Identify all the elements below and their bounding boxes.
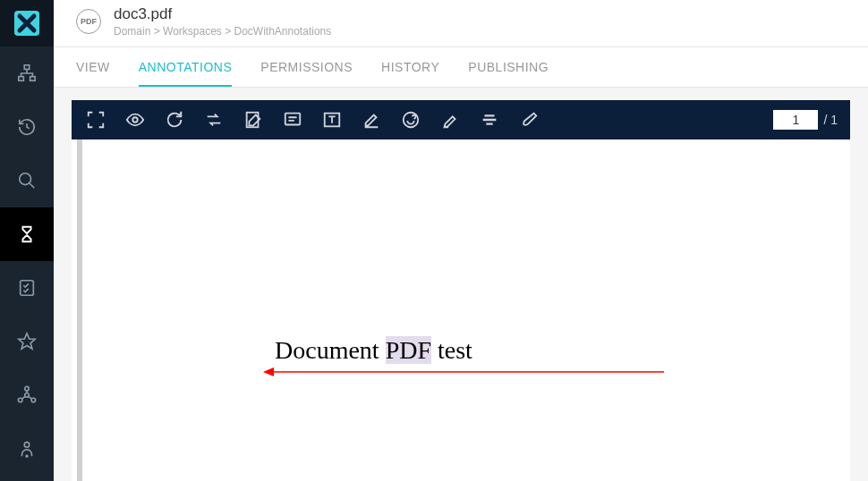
sidebar-item-search[interactable] (0, 154, 54, 207)
page-total: / 1 (823, 113, 838, 127)
svg-rect-1 (24, 65, 30, 70)
viewer-toolbar: / 1 (72, 100, 850, 139)
pen-underline-icon[interactable] (360, 108, 383, 131)
svg-marker-6 (19, 333, 35, 349)
sidebar-item-user[interactable] (0, 422, 54, 476)
page-indicator: / 1 (773, 110, 838, 130)
svg-point-10 (25, 386, 30, 391)
svg-point-13 (132, 117, 138, 122)
pdf-viewer: / 1 Document PDF test (72, 100, 850, 481)
tab-history[interactable]: HISTORY (381, 47, 439, 87)
sidebar-item-hourglass[interactable] (0, 207, 54, 261)
sidebar-item-history[interactable] (0, 100, 54, 154)
tab-permissions[interactable]: PERMISSIONS (260, 47, 353, 87)
breadcrumb[interactable]: Domain > Workspaces > DocWithAnnotations (114, 25, 331, 38)
svg-point-8 (18, 398, 22, 402)
arrow-annotation[interactable] (261, 363, 673, 381)
svg-rect-2 (19, 77, 24, 81)
main-content: PDF doc3.pdf Domain > Workspaces > DocWi… (54, 0, 868, 481)
sidebar-item-share[interactable] (0, 368, 54, 422)
svg-point-4 (20, 173, 31, 185)
sidebar (0, 0, 54, 481)
svg-point-12 (26, 455, 28, 457)
tabs: VIEW ANNOTATIONS PERMISSIONS HISTORY PUB… (54, 47, 868, 88)
fullscreen-icon[interactable] (84, 108, 107, 131)
stamp-icon[interactable] (399, 108, 422, 131)
document-text: Document PDF test (275, 336, 472, 365)
document-title: doc3.pdf (114, 5, 331, 23)
sidebar-item-hierarchy[interactable] (0, 46, 54, 100)
app-logo[interactable] (0, 0, 54, 46)
header: PDF doc3.pdf Domain > Workspaces > DocWi… (54, 0, 868, 47)
brush-icon[interactable] (517, 108, 540, 131)
edit-note-icon[interactable] (242, 108, 265, 131)
comment-icon[interactable] (281, 108, 304, 131)
eye-icon[interactable] (123, 108, 147, 131)
highlighter-icon[interactable] (438, 108, 462, 131)
document-canvas[interactable]: Document PDF test (77, 139, 850, 481)
rotate-icon[interactable] (163, 108, 186, 131)
sidebar-item-checklist[interactable] (0, 261, 54, 315)
svg-point-17 (404, 113, 419, 128)
page-input[interactable] (773, 110, 818, 130)
svg-rect-5 (21, 281, 34, 296)
svg-rect-15 (285, 114, 301, 125)
tab-view[interactable]: VIEW (76, 47, 110, 87)
svg-point-11 (24, 443, 30, 448)
svg-rect-3 (30, 77, 35, 81)
svg-point-7 (25, 393, 30, 398)
swap-icon[interactable] (202, 108, 226, 131)
strikethrough-icon[interactable] (478, 108, 501, 131)
highlighted-text: PDF (386, 336, 431, 364)
svg-point-9 (31, 398, 36, 402)
sidebar-item-star[interactable] (0, 315, 54, 368)
pdf-icon: PDF (76, 9, 101, 34)
text-box-icon[interactable] (320, 108, 344, 131)
tab-publishing[interactable]: PUBLISHING (468, 47, 549, 87)
svg-marker-19 (263, 367, 274, 376)
tab-annotations[interactable]: ANNOTATIONS (139, 47, 233, 87)
